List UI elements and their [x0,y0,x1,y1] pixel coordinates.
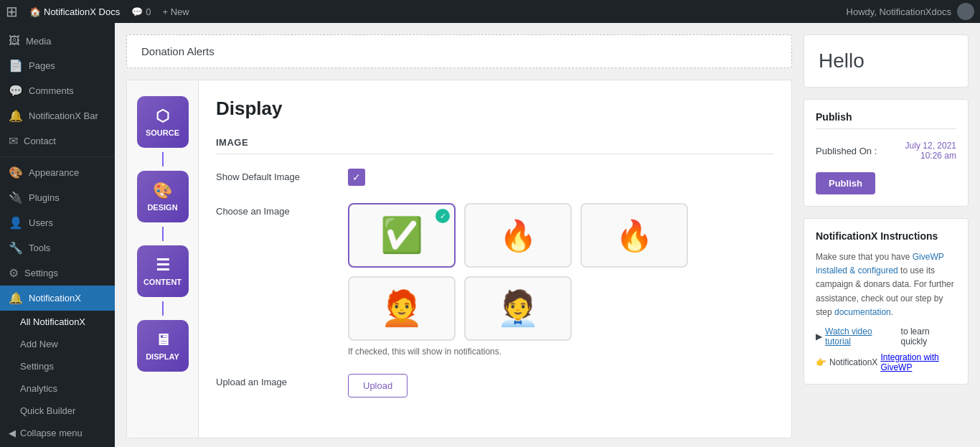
step-content-box[interactable]: ☰ CONTENT [137,245,189,297]
submenu-add-new[interactable]: Add New [0,333,115,355]
submenu-settings[interactable]: Settings [0,355,115,377]
submenu-quick-builder[interactable]: Quick Builder [0,400,115,422]
sidebar-label-media: Media [26,36,51,47]
divider-1 [0,156,115,157]
step-display[interactable]: 🖥 DISPLAY [127,316,198,376]
publish-time-value: 10:26 am [905,151,956,161]
tools-icon: 🔧 [9,241,23,255]
comments-icon: 💬 [9,84,23,98]
source-label: SOURCE [146,128,179,137]
step-design[interactable]: 🎨 DESIGN [127,166,198,227]
published-on-label: Published On : [816,146,877,156]
analytics-label: Analytics [20,383,57,394]
sidebar-item-notificationx[interactable]: 🔔 NotificationX [0,286,115,311]
sidebar-item-pages[interactable]: 📄 Pages [0,53,115,78]
show-default-image-checkbox[interactable]: ✓ [348,169,365,186]
sidebar-item-plugins[interactable]: 🔌 Plugins [0,185,115,210]
breadcrumb-text: Donation Alerts [141,45,215,57]
integration-givewp-link[interactable]: Integration with GiveWP [880,352,956,372]
submenu-all-notificationx[interactable]: All NotificationX [0,311,115,333]
documentation-link[interactable]: documentation [834,307,891,317]
hint-text: If checked, this will show in notificati… [348,347,688,357]
layout: 🖼 Media 📄 Pages 💬 Comments 🔔 Notificatio… [0,23,980,447]
instructions-title: NotificationX Instructions [816,230,956,242]
connector-2 [162,227,164,241]
settings-icon: ⚙ [9,266,19,280]
sidebar-item-media[interactable]: 🖼 Media [0,29,115,53]
image-option-fire2[interactable]: 🔥 [580,203,688,268]
plugins-icon: 🔌 [9,191,23,204]
quick-builder-label: Quick Builder [20,405,75,416]
sidebar-item-comments[interactable]: 💬 Comments [0,78,115,103]
choose-image-label: Choose an Image [216,203,331,217]
image-option-person2[interactable]: 🧑‍💼 [464,276,572,341]
design-label: DESIGN [147,203,177,212]
new-label: + New [162,6,189,17]
admin-bar: ⊞ 🏠 NotificationX Docs 💬 0 + New Howdy, … [0,0,980,23]
comment-icon: 💬 [131,6,143,17]
sidebar-item-contact[interactable]: ✉ Contact [0,128,115,154]
step-source[interactable]: ⬡ SOURCE [127,92,198,152]
connector-3 [162,301,164,316]
sidebar-label-notificationx-bar: NotificationX Bar [29,110,98,121]
center-panel: Donation Alerts ⬡ SOURCE 🎨 [126,34,792,438]
breadcrumb: Donation Alerts [126,34,792,68]
step-source-box[interactable]: ⬡ SOURCE [137,96,189,148]
upload-image-label: Upload an Image [216,374,331,387]
avatar[interactable] [957,3,974,20]
sidebar-item-appearance[interactable]: 🎨 Appearance [0,160,115,185]
source-icon: ⬡ [156,107,169,126]
image-options-container: ✅ ✓ 🔥 🔥 [348,203,688,357]
all-notificationx-label: All NotificationX [20,316,85,327]
publish-date-value: July 12, 2021 [905,141,956,151]
site-name: NotificationX Docs [44,6,120,17]
publish-button[interactable]: Publish [816,172,875,194]
main-content: Donation Alerts ⬡ SOURCE 🎨 [115,23,980,447]
new-item[interactable]: + New [162,6,189,17]
content-label: CONTENT [143,278,182,286]
collapse-icon: ◀ [9,428,16,438]
sidebar-label-appearance: Appearance [29,167,79,178]
sidebar-label-settings: Settings [24,268,58,278]
comments-item[interactable]: 💬 0 [131,6,151,17]
image-grid-top: ✅ ✓ 🔥 🔥 [348,203,688,268]
sidebar-label-pages: Pages [29,60,55,71]
site-name-item[interactable]: 🏠 NotificationX Docs [29,6,120,17]
sidebar-item-tools[interactable]: 🔧 Tools [0,235,115,260]
integration-icon: 👉 [816,357,826,367]
step-display-box[interactable]: 🖥 DISPLAY [137,320,189,372]
upload-button[interactable]: Upload [348,374,407,397]
upload-image-row: Upload an Image Upload [216,374,774,397]
add-new-label: Add New [20,339,58,349]
image-option-fire1[interactable]: 🔥 [464,203,572,268]
steps-sidebar: ⬡ SOURCE 🎨 DESIGN ☰ [127,80,199,438]
choose-image-row: Choose an Image ✅ ✓ 🔥 [216,203,774,357]
step-design-box[interactable]: 🎨 DESIGN [137,171,189,222]
watch-video-link[interactable]: Watch video tutorial [825,326,898,347]
collapse-menu[interactable]: ◀ Collapse menu [0,422,115,444]
submenu-notificationx: All NotificationX Add New Settings Analy… [0,311,115,422]
display-label: DISPLAY [146,352,179,361]
sidebar: 🖼 Media 📄 Pages 💬 Comments 🔔 Notificatio… [0,23,115,447]
media-icon: 🖼 [9,34,20,47]
sidebar-label-users: Users [29,217,53,228]
watch-icon: ▶ [816,331,822,342]
submenu-analytics[interactable]: Analytics [0,377,115,400]
wp-logo[interactable]: ⊞ [6,3,18,20]
publish-meta: Published On : July 12, 2021 10:26 am [816,141,956,161]
sidebar-item-settings[interactable]: ⚙ Settings [0,260,115,286]
display-title: Display [216,98,774,120]
notificationx-icon: 🔔 [9,291,23,305]
sidebar-item-notificationx-bar[interactable]: 🔔 NotificationX Bar [0,103,115,128]
image-option-checkmark[interactable]: ✅ ✓ [348,203,456,268]
hello-box: Hello [804,34,969,88]
image-option-person1[interactable]: 🧑‍🦰 [348,276,456,341]
step-content[interactable]: ☰ CONTENT [127,241,198,301]
site-icon: 🏠 [29,6,41,17]
image-grid-bottom: 🧑‍🦰 🧑‍💼 [348,276,688,341]
sidebar-label-comments: Comments [29,85,74,96]
person2-emoji: 🧑‍💼 [496,288,540,329]
settings-submenu-label: Settings [20,361,54,372]
sidebar-item-users[interactable]: 👤 Users [0,210,115,235]
integration-link: 👉 NotificationX Integration with GiveWP [816,352,956,372]
